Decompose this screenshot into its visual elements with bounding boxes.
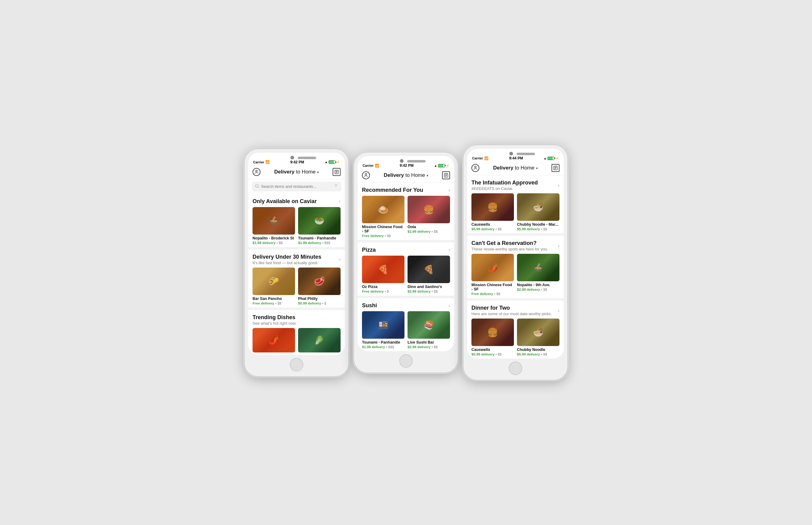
restaurant-delivery-info: $2.99 delivery • $$ [517, 288, 560, 291]
restaurant-image: 🍲 [252, 207, 295, 235]
restaurant-delivery-info: $0.99 delivery • $ [298, 301, 340, 305]
section-arrow-icon[interactable]: › [558, 243, 560, 249]
restaurant-name: Nopalito - 9th Ave. [517, 283, 560, 287]
restaurant-card-1[interactable]: 🥗Tsunami - Panhandle$1.99 delivery • $$$ [298, 207, 340, 245]
restaurant-image: 🍕 [362, 256, 405, 283]
section-subtitle: These ressie-worthy spots are here for y… [472, 247, 548, 251]
filter-icon[interactable] [334, 184, 338, 189]
orders-icon[interactable] [442, 171, 450, 179]
restaurant-image: 🍔 [472, 318, 514, 346]
restaurant-name: Phat Philly [298, 297, 340, 301]
restaurant-card-1[interactable]: 🍜Chubby Noodle$5.99 delivery • $$ [517, 318, 560, 356]
section-header-recommended[interactable]: Recommended For You› [362, 187, 450, 193]
orders-icon[interactable] [333, 168, 340, 176]
restaurant-row: 🌶️Mission Chinese Food - SFFree delivery… [472, 254, 560, 296]
delivery-cost: $1.99 delivery [362, 345, 385, 349]
profile-icon[interactable] [252, 168, 260, 176]
delivery-cost: $5.99 delivery [517, 227, 540, 231]
section-arrow-icon[interactable]: › [558, 183, 560, 188]
status-left: Carrier 📶 [253, 160, 270, 164]
section-arrow-icon[interactable]: › [449, 247, 450, 253]
profile-icon[interactable] [472, 164, 479, 172]
restaurant-card-0[interactable]: 🍛Mission Chinese Food - SFFree delivery … [362, 196, 405, 238]
header-caret: ▾ [317, 170, 319, 175]
search-input[interactable] [261, 184, 332, 189]
header-title[interactable]: Delivery to Home ▾ [384, 172, 428, 178]
dot-separator: • $$ [493, 292, 500, 296]
section-title: Pizza [362, 247, 376, 253]
section-header-dinner-for-two[interactable]: Dinner for TwoHere are some of our most … [472, 305, 560, 316]
section-header-pizza[interactable]: Pizza› [362, 247, 450, 253]
section-header-delivery-under-30[interactable]: Delivery Under 30 MinutesIt's like fast … [252, 254, 340, 265]
restaurant-card-1[interactable]: 🍔Oola$2.99 delivery • $$ [407, 196, 450, 238]
location-icon: ▲ [543, 157, 547, 160]
restaurant-name: Oola [407, 225, 450, 229]
restaurant-delivery-info: Free delivery • $$ [472, 292, 514, 296]
section-header-trending-dishes: Trending DishesSee what's hot right now. [252, 314, 340, 326]
profile-icon[interactable] [362, 171, 370, 179]
food-emoji-img: 🍛 [362, 196, 405, 223]
battery-icon [548, 157, 554, 160]
phone-home-button[interactable] [509, 362, 522, 375]
restaurant-card-0[interactable]: 🌶️Mission Chinese Food - SFFree delivery… [472, 254, 514, 296]
section-only-available: Only Available on Caviar›🍲Nopalito - Bro… [248, 194, 345, 250]
section-arrow-icon[interactable]: › [339, 198, 340, 204]
delivery-cost: $1.99 delivery [252, 241, 275, 245]
delivery-cost: $2.99 delivery [407, 345, 431, 349]
food-emoji-img: 🍕 [362, 256, 405, 283]
restaurant-card-1[interactable]: 🍣Live Sushi Bar$2.99 delivery • $$ [407, 311, 450, 349]
section-arrow-icon[interactable]: › [449, 188, 450, 193]
section-title-block: Only Available on Caviar [252, 198, 317, 205]
restaurant-delivery-info: Free delivery • $ [362, 289, 405, 293]
wifi-icon: 📶 [265, 160, 270, 164]
section-subtitle: Here are some of our most date-worthy pi… [472, 312, 552, 316]
dot-separator: • $$ [540, 227, 547, 231]
restaurant-row: 🍱Tsunami - Panhandle$1.99 delivery • $$$… [362, 311, 450, 349]
restaurant-card-0[interactable]: 🍱Tsunami - Panhandle$1.99 delivery • $$$ [362, 311, 405, 349]
restaurant-card-0[interactable]: 🍔Causwells$5.99 delivery • $$ [472, 318, 514, 356]
search-bar[interactable] [252, 182, 341, 192]
header-title[interactable]: Delivery to Home ▾ [274, 169, 319, 175]
dot-separator: • $$$ [321, 241, 330, 245]
section-recommended: Recommended For You›🍛Mission Chinese Foo… [358, 183, 454, 242]
phone-3: Carrier 📶 9:44 PM ▲ ⚡ Delivery to Home ▾ [463, 145, 567, 380]
restaurant-card-0[interactable]: 🍕Oz PizzaFree delivery • $ [362, 256, 405, 293]
section-header-sushi[interactable]: Sushi› [362, 302, 450, 309]
trending-card-0[interactable]: 🌶️ [252, 328, 295, 352]
phone-home-button[interactable] [290, 358, 303, 371]
section-arrow-icon[interactable]: › [558, 308, 560, 313]
restaurant-name: Chubby Noodle - Mar... [517, 222, 560, 227]
status-right: ▲ ⚡ [325, 160, 340, 164]
restaurant-card-0[interactable]: 🌮Bar San PanchoFree delivery • $$ [252, 268, 295, 305]
dot-separator: • $$ [275, 241, 282, 245]
section-header-only-available[interactable]: Only Available on Caviar› [252, 198, 340, 205]
section-header-infatuation[interactable]: The Infatuation Approved#EEEEEATS on Cav… [472, 180, 560, 191]
food-emoji-img: 🍜 [517, 193, 560, 221]
trending-card-1[interactable]: 🥬 [298, 328, 340, 352]
status-time: 9:44 PM [509, 156, 523, 160]
svg-point-0 [256, 170, 257, 171]
restaurant-card-1[interactable]: 🍲Nopalito - 9th Ave.$2.99 delivery • $$ [517, 254, 560, 296]
section-arrow-icon[interactable]: › [449, 303, 450, 309]
restaurant-card-1[interactable]: 🍕Dino and Santino's$2.99 delivery • $$ [407, 256, 450, 293]
section-arrow-icon[interactable]: › [339, 257, 340, 262]
restaurant-card-0[interactable]: 🍲Nopalito - Broderick St$1.99 delivery •… [252, 207, 295, 245]
restaurant-card-0[interactable]: 🍔Causwells$5.99 delivery • $$ [472, 193, 514, 231]
food-emoji-img: 🍱 [362, 311, 405, 339]
phone-home-button[interactable] [399, 354, 413, 368]
status-time: 9:42 PM [400, 163, 414, 168]
restaurant-name: Causwells [472, 347, 514, 352]
section-title: Delivery Under 30 Minutes [252, 254, 321, 260]
restaurant-card-1[interactable]: 🥩Phat Philly$0.99 delivery • $ [298, 268, 340, 305]
section-header-cant-get-reservation[interactable]: Can't Get a Reservation?These ressie-wor… [472, 240, 560, 251]
section-subtitle: #EEEEEATS on Caviar. [472, 186, 538, 191]
phone-screen: Carrier 📶 9:42 PM ▲ ⚡ Delivery to Home ▾ [358, 156, 454, 351]
orders-icon[interactable] [552, 164, 560, 172]
section-title-block: The Infatuation Approved#EEEEEATS on Cav… [472, 180, 538, 191]
restaurant-image: 🌮 [252, 268, 295, 295]
header-title[interactable]: Delivery to Home ▾ [493, 165, 538, 171]
food-emoji-img: 🍔 [472, 193, 514, 221]
bolt-icon: ⚡ [555, 157, 559, 160]
restaurant-card-1[interactable]: 🍜Chubby Noodle - Mar...$5.99 delivery • … [517, 193, 560, 231]
food-emoji-img: 🍲 [252, 207, 295, 235]
